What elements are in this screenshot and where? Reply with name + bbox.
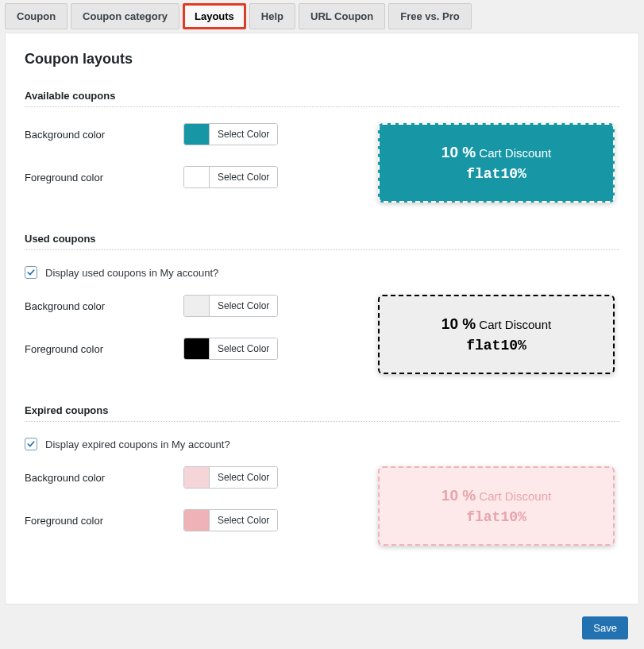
select-color-button[interactable]: Select Color — [210, 338, 277, 359]
expired-fg-swatch — [184, 510, 210, 531]
available-bg-swatch — [184, 124, 210, 145]
check-icon — [26, 439, 36, 449]
coupon-label: Cart Discount — [479, 146, 551, 160]
coupon-code: flat10% — [466, 166, 526, 182]
available-fg-label: Foreground color — [25, 172, 183, 183]
coupon-code: flat10% — [466, 338, 526, 353]
used-fg-swatch — [184, 338, 210, 359]
coupon-label: Cart Discount — [479, 489, 551, 503]
used-bg-color-picker[interactable]: Select Color — [183, 295, 278, 317]
coupon-percent: 10 % — [442, 144, 476, 160]
available-fg-color-picker[interactable]: Select Color — [183, 166, 278, 188]
save-button[interactable]: Save — [582, 616, 628, 639]
tab-help[interactable]: Help — [249, 3, 295, 29]
select-color-button[interactable]: Select Color — [210, 167, 277, 187]
settings-tabs: Coupon Coupon category Layouts Help URL … — [0, 0, 644, 33]
select-color-button[interactable]: Select Color — [210, 124, 277, 145]
expired-display-checkbox[interactable] — [25, 438, 37, 450]
check-icon — [26, 268, 36, 277]
available-fg-swatch — [184, 167, 210, 187]
coupon-label: Cart Discount — [479, 318, 551, 331]
select-color-button[interactable]: Select Color — [210, 510, 277, 531]
used-fg-color-picker[interactable]: Select Color — [183, 338, 278, 360]
settings-panel: Coupon layouts Available coupons Backgro… — [5, 33, 639, 605]
coupon-code: flat10% — [466, 509, 526, 525]
section-title-expired: Expired coupons — [25, 404, 619, 422]
available-coupon-preview: 10 % Cart Discount flat10% — [378, 123, 615, 203]
expired-display-label: Display expired coupons in My account? — [45, 438, 230, 450]
used-display-checkbox[interactable] — [25, 266, 37, 279]
select-color-button[interactable]: Select Color — [210, 296, 277, 316]
expired-bg-swatch — [184, 467, 210, 488]
coupon-percent: 10 % — [442, 487, 476, 504]
expired-bg-label: Background color — [25, 472, 183, 484]
tab-coupon[interactable]: Coupon — [5, 3, 67, 29]
tab-free-vs-pro[interactable]: Free vs. Pro — [388, 3, 471, 29]
expired-coupon-preview: 10 % Cart Discount flat10% — [378, 466, 615, 546]
tab-coupon-category[interactable]: Coupon category — [71, 3, 179, 29]
used-display-label: Display used coupons in My account? — [45, 267, 218, 279]
expired-fg-label: Foreground color — [25, 515, 183, 527]
expired-fg-color-picker[interactable]: Select Color — [183, 509, 278, 531]
available-bg-label: Background color — [25, 129, 183, 141]
coupon-percent: 10 % — [442, 315, 476, 332]
used-fg-label: Foreground color — [25, 343, 183, 355]
save-bar: Save — [0, 607, 644, 649]
panel-title: Coupon layouts — [25, 51, 619, 68]
used-bg-label: Background color — [25, 300, 183, 312]
section-title-available: Available coupons — [25, 90, 619, 107]
tab-url-coupon[interactable]: URL Coupon — [299, 3, 385, 29]
available-bg-color-picker[interactable]: Select Color — [183, 123, 278, 145]
expired-bg-color-picker[interactable]: Select Color — [183, 466, 278, 489]
section-title-used: Used coupons — [25, 233, 619, 250]
used-bg-swatch — [184, 296, 210, 316]
used-coupon-preview: 10 % Cart Discount flat10% — [378, 295, 615, 374]
tab-layouts[interactable]: Layouts — [183, 3, 246, 29]
select-color-button[interactable]: Select Color — [210, 467, 277, 488]
